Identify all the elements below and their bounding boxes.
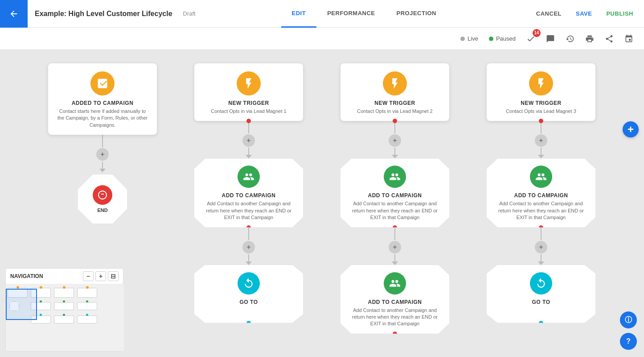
- trigger-desc: Contact Opts in via Lead Magnet 1: [211, 108, 286, 115]
- campaign-title-3a: ADD TO CAMPAIGN: [368, 192, 422, 199]
- add-campaign-3a-node[interactable]: ADD TO CAMPAIGN Add Contact to another C…: [340, 158, 449, 227]
- node-error-dot: [246, 119, 251, 123]
- paused-dot: [489, 37, 493, 41]
- campaign4-icon: [530, 166, 552, 188]
- add-step-2b[interactable]: +: [242, 241, 255, 253]
- navigation-minimap: NAVIGATION − + ⊟: [5, 268, 123, 352]
- minimap-viewport-indicator: [6, 289, 37, 320]
- col-2: NEW TRIGGER Contact Opts in via Lead Mag…: [194, 63, 303, 323]
- campaign-title-3b: ADD TO CAMPAIGN: [368, 299, 422, 305]
- print-button[interactable]: [582, 31, 598, 47]
- page-title: Example: High Level Customer Lifecycle: [28, 10, 180, 18]
- checklist-badge: 14: [533, 29, 541, 37]
- campaign3b-icon: [384, 272, 406, 295]
- add-campaign-2a-node[interactable]: ADD TO CAMPAIGN Add Contact to another C…: [194, 158, 303, 227]
- campaign-title-4: ADD TO CAMPAIGN: [514, 192, 568, 199]
- trigger-title: NEW TRIGGER: [228, 100, 269, 106]
- live-status: Live: [457, 33, 482, 44]
- end-node[interactable]: END: [76, 172, 129, 226]
- trigger3-title: NEW TRIGGER: [521, 100, 562, 106]
- campaign-desc-2a: Add Contact to another Campaign and retu…: [201, 200, 297, 221]
- add-step-2a[interactable]: +: [242, 134, 255, 147]
- nav-edit[interactable]: EDIT: [281, 0, 317, 28]
- workflow-canvas[interactable]: ADDED TO CAMPAIGN Contact starts here if…: [0, 50, 644, 357]
- goto-2-node[interactable]: GO TO: [194, 265, 303, 323]
- goto-icon: [238, 272, 260, 295]
- topbar: Example: High Level Customer Lifecycle D…: [0, 0, 644, 28]
- trigger3-desc: Contact Opts via Lead Magnet 3: [506, 108, 576, 115]
- trigger2-desc: Contact Opts in via Lead Magnet 2: [357, 108, 432, 115]
- trigger-2-node[interactable]: NEW TRIGGER Contact Opts in via Lead Mag…: [340, 63, 449, 121]
- live-dot: [460, 37, 465, 41]
- paused-status: Paused: [485, 33, 519, 44]
- campaign2-icon: [384, 166, 406, 188]
- live-label: Live: [468, 35, 478, 42]
- add-column-button[interactable]: +: [623, 121, 639, 137]
- zoom-out-button[interactable]: −: [83, 271, 94, 281]
- checklist-button[interactable]: 14: [523, 31, 539, 47]
- line: [102, 162, 103, 169]
- goto-dot: [246, 321, 251, 325]
- node-title: ADDED TO CAMPAIGN: [72, 100, 134, 106]
- pin-button[interactable]: [621, 31, 637, 47]
- back-button[interactable]: [0, 0, 28, 28]
- octagon-shape: END: [78, 174, 127, 224]
- campaign-icon: [238, 166, 260, 188]
- save-button[interactable]: SAVE: [569, 0, 599, 28]
- info-button[interactable]: ⓘ: [620, 311, 637, 328]
- error-dot-4: [539, 119, 543, 123]
- add-step-3a[interactable]: +: [389, 134, 401, 147]
- comments-button[interactable]: [542, 31, 558, 47]
- campaign-desc-4: Add Contact to another Campaign and retu…: [493, 200, 589, 221]
- paused-label: Paused: [496, 35, 516, 42]
- trigger-1-node[interactable]: NEW TRIGGER Contact Opts in via Lead Mag…: [194, 63, 303, 121]
- arrow: [99, 169, 106, 172]
- cancel-button[interactable]: CANCEL: [529, 0, 569, 28]
- line: [102, 135, 103, 147]
- col-4: NEW TRIGGER Contact Opts via Lead Magnet…: [487, 63, 595, 323]
- nav-performance[interactable]: PERFORMANCE: [316, 0, 386, 28]
- error-dot-3: [393, 119, 397, 123]
- share-button[interactable]: [601, 31, 617, 47]
- error-dot-3b: [393, 332, 397, 336]
- campaign-desc-3b: Add Contact to another Campaign and retu…: [347, 307, 443, 328]
- added-to-campaign-node[interactable]: ADDED TO CAMPAIGN Contact starts here if…: [48, 63, 157, 135]
- trigger3-icon: [529, 71, 553, 95]
- topbar-nav: EDIT PERFORMANCE PROJECTION: [199, 0, 529, 28]
- end-label: END: [97, 208, 107, 213]
- minimap-viewport[interactable]: [6, 284, 124, 351]
- campaign-desc-3a: Add Contact to another Campaign and retu…: [347, 200, 443, 221]
- draft-badge: Draft: [180, 10, 199, 17]
- add-step-4b[interactable]: +: [535, 241, 547, 253]
- trigger-icon: [237, 71, 261, 95]
- node-desc: Contact starts here if added manually to…: [55, 108, 150, 129]
- connector-1: +: [96, 135, 109, 172]
- col-3: NEW TRIGGER Contact Opts in via Lead Mag…: [340, 63, 449, 334]
- topbar-actions: CANCEL SAVE PUBLISH: [529, 0, 644, 28]
- node-icon: [90, 71, 115, 95]
- trigger2-icon: [383, 71, 407, 95]
- toolbar: Live Paused 14: [0, 28, 644, 50]
- nav-projection[interactable]: PROJECTION: [386, 0, 447, 28]
- goto-title-2: GO TO: [240, 299, 258, 305]
- help-buttons: ⓘ ?: [620, 311, 637, 350]
- nav-map-title-text: NAVIGATION: [10, 273, 43, 279]
- history-button[interactable]: [562, 31, 578, 47]
- trigger2-title: NEW TRIGGER: [374, 100, 415, 106]
- add-col-icon[interactable]: +: [623, 121, 639, 137]
- add-campaign-3b-node[interactable]: ADD TO CAMPAIGN Add Contact to another C…: [340, 265, 449, 334]
- add-campaign-4-node[interactable]: ADD TO CAMPAIGN Add Contact to another C…: [487, 158, 595, 227]
- add-step-button[interactable]: +: [96, 148, 109, 161]
- goto4-icon: [530, 272, 552, 295]
- publish-button[interactable]: PUBLISH: [599, 0, 640, 28]
- add-step-3b[interactable]: +: [389, 241, 401, 253]
- campaign-title-2a: ADD TO CAMPAIGN: [222, 192, 275, 199]
- trigger-3-node[interactable]: NEW TRIGGER Contact Opts via Lead Magnet…: [487, 63, 595, 121]
- goto-title-4: GO TO: [532, 299, 550, 305]
- goto4-dot: [539, 321, 543, 325]
- fit-button[interactable]: ⊟: [108, 271, 119, 281]
- goto-4-node[interactable]: GO TO: [487, 265, 595, 323]
- add-step-4a[interactable]: +: [535, 134, 547, 147]
- help-button[interactable]: ?: [620, 333, 637, 350]
- zoom-in-button[interactable]: +: [95, 271, 106, 281]
